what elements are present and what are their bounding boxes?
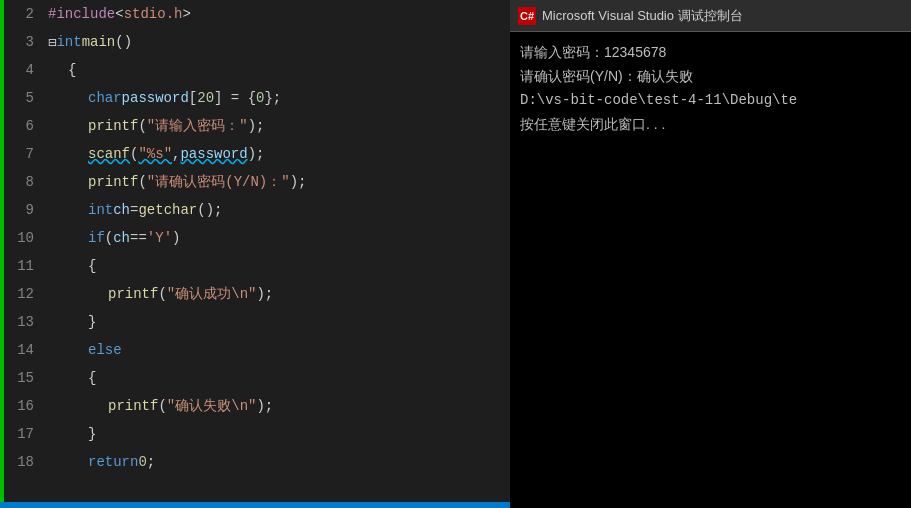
num-token: 0 bbox=[256, 90, 264, 106]
collapse-token[interactable]: ⊟ bbox=[48, 34, 56, 51]
code-line: printf("请输入密码："); bbox=[48, 112, 510, 140]
line-number: 12 bbox=[4, 280, 34, 308]
code-line: printf("请确认密码(Y/N)："); bbox=[48, 168, 510, 196]
line-number: 4 bbox=[4, 56, 34, 84]
line-number: 11 bbox=[4, 252, 34, 280]
plain-token: ( bbox=[158, 398, 166, 414]
str-token: "确认成功\n" bbox=[167, 285, 257, 303]
kw-token: int bbox=[88, 202, 113, 218]
code-line: { bbox=[48, 364, 510, 392]
plain-token: ) bbox=[172, 230, 180, 246]
kw-token: char bbox=[88, 90, 122, 106]
line-number: 3 bbox=[4, 28, 34, 56]
fn-token: printf bbox=[88, 174, 138, 190]
plain-token: { bbox=[88, 370, 96, 386]
line-number: 16 bbox=[4, 392, 34, 420]
plain-token: ); bbox=[290, 174, 307, 190]
fn-token: printf bbox=[108, 398, 158, 414]
plain-token: ); bbox=[256, 286, 273, 302]
code-line: ⊟int main() bbox=[48, 28, 510, 56]
line-number: 15 bbox=[4, 364, 34, 392]
str-token: 'Y' bbox=[147, 230, 172, 246]
var-token: ch bbox=[113, 202, 130, 218]
plain-token: (); bbox=[197, 202, 222, 218]
plain-token: () bbox=[115, 34, 132, 50]
line-number: 13 bbox=[4, 308, 34, 336]
kw-token: if bbox=[88, 230, 105, 246]
str-token: "请确认密码(Y/N)：" bbox=[147, 173, 290, 191]
fn-token: getchar bbox=[138, 202, 197, 218]
code-line: if (ch == 'Y') bbox=[48, 224, 510, 252]
plain-token: = bbox=[130, 202, 138, 218]
code-line: } bbox=[48, 308, 510, 336]
console-titlebar: C# Microsoft Visual Studio 调试控制台 bbox=[510, 0, 911, 32]
line-number: 2 bbox=[4, 0, 34, 28]
plain-token: ); bbox=[248, 118, 265, 134]
header-token: stdio.h bbox=[124, 6, 183, 22]
plain-token: ( bbox=[138, 174, 146, 190]
num-token: 20 bbox=[197, 90, 214, 106]
fn-token: printf bbox=[88, 118, 138, 134]
code-line: char password[20] = { 0 }; bbox=[48, 84, 510, 112]
code-content[interactable]: #include<stdio.h>⊟int main(){char passwo… bbox=[40, 0, 510, 508]
plain-token: ; bbox=[147, 454, 155, 470]
plain-token: ); bbox=[256, 398, 273, 414]
console-line: 请确认密码(Y/N)：确认失败 bbox=[520, 64, 901, 88]
line-number: 9 bbox=[4, 196, 34, 224]
plain-token: > bbox=[182, 6, 190, 22]
code-line: return 0; bbox=[48, 448, 510, 476]
code-line: printf("确认失败\n"); bbox=[48, 392, 510, 420]
plain-token: ( bbox=[158, 286, 166, 302]
plain-token: , bbox=[172, 146, 180, 162]
var-token: password bbox=[180, 146, 247, 162]
str-token: "确认失败\n" bbox=[167, 397, 257, 415]
str-token: "%s" bbox=[138, 146, 172, 162]
fn-token: scanf bbox=[88, 146, 130, 162]
code-line: { bbox=[48, 252, 510, 280]
plain-token: == bbox=[130, 230, 147, 246]
kw-token: else bbox=[88, 342, 122, 358]
code-line: #include<stdio.h> bbox=[48, 0, 510, 28]
fn-token: main bbox=[82, 34, 116, 50]
line-number: 18 bbox=[4, 448, 34, 476]
line-number: 14 bbox=[4, 336, 34, 364]
line-number: 6 bbox=[4, 112, 34, 140]
console-title: Microsoft Visual Studio 调试控制台 bbox=[542, 7, 743, 25]
console-icon: C# bbox=[518, 7, 536, 25]
console-line: 请输入密码：12345678 bbox=[520, 40, 901, 64]
bottom-bar bbox=[0, 502, 510, 508]
kw-token: return bbox=[88, 454, 138, 470]
str-token: "请输入密码：" bbox=[147, 117, 248, 135]
code-editor[interactable]: 23456789101112131415161718 #include<stdi… bbox=[0, 0, 510, 508]
code-line: int ch = getchar(); bbox=[48, 196, 510, 224]
console-window: C# Microsoft Visual Studio 调试控制台 请输入密码：1… bbox=[510, 0, 911, 508]
code-line: { bbox=[48, 56, 510, 84]
code-line: printf("确认成功\n"); bbox=[48, 280, 510, 308]
line-number: 17 bbox=[4, 420, 34, 448]
console-body: 请输入密码：12345678请确认密码(Y/N)：确认失败D:\vs-bit-c… bbox=[510, 32, 911, 508]
num-token: 0 bbox=[138, 454, 146, 470]
line-number: 8 bbox=[4, 168, 34, 196]
var-token: ch bbox=[113, 230, 130, 246]
plain-token: }; bbox=[264, 90, 281, 106]
plain-token: } bbox=[88, 314, 96, 330]
code-line: else bbox=[48, 336, 510, 364]
var-token: password bbox=[122, 90, 189, 106]
plain-token: ] = { bbox=[214, 90, 256, 106]
line-number: 5 bbox=[4, 84, 34, 112]
line-numbers: 23456789101112131415161718 bbox=[4, 0, 40, 508]
console-icon-label: C# bbox=[520, 10, 534, 22]
plain-token: [ bbox=[189, 90, 197, 106]
kw-token: int bbox=[56, 34, 81, 50]
macro-token: #include bbox=[48, 6, 115, 22]
code-line: scanf("%s", password); bbox=[48, 140, 510, 168]
plain-token: ( bbox=[105, 230, 113, 246]
plain-token: { bbox=[68, 62, 76, 78]
plain-token: { bbox=[88, 258, 96, 274]
line-number: 10 bbox=[4, 224, 34, 252]
console-line: 按任意键关闭此窗口. . . bbox=[520, 112, 901, 136]
plain-token: } bbox=[88, 426, 96, 442]
console-line: D:\vs-bit-code\test-4-11\Debug\te bbox=[520, 88, 901, 112]
line-number: 7 bbox=[4, 140, 34, 168]
fn-token: printf bbox=[108, 286, 158, 302]
